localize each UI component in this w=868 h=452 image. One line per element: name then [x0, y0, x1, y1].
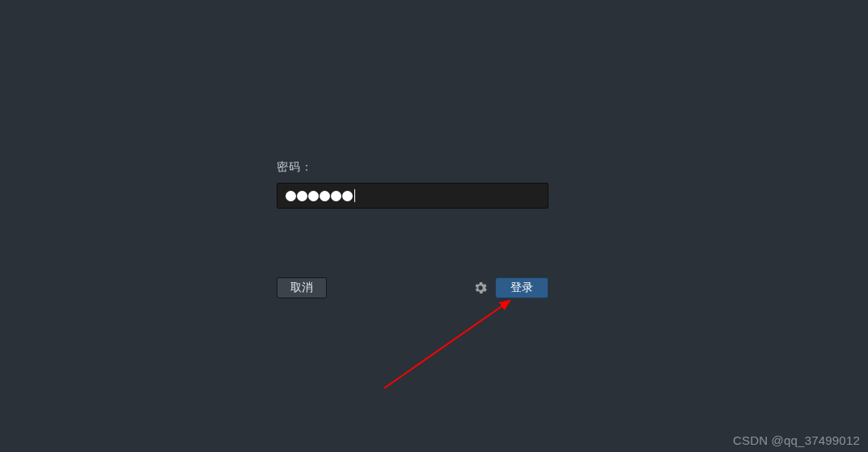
password-dot [308, 191, 319, 201]
password-dot [320, 191, 330, 201]
login-button[interactable]: 登录 [495, 277, 548, 298]
password-dot [297, 191, 307, 201]
password-dot [331, 191, 341, 201]
annotation-arrow [376, 283, 538, 396]
text-caret [354, 189, 355, 202]
password-dot [286, 191, 296, 201]
password-label: 密码： [277, 160, 552, 175]
cancel-button[interactable]: 取消 [277, 277, 327, 298]
button-row: 取消 登录 [277, 277, 548, 298]
watermark-text: CSDN @qq_37499012 [733, 433, 860, 447]
password-field[interactable] [277, 183, 548, 209]
login-group: 登录 [474, 277, 548, 298]
login-form: 密码： [277, 160, 552, 209]
password-dot [342, 191, 353, 201]
gear-icon[interactable] [474, 281, 487, 294]
password-masked-value [286, 187, 540, 205]
svg-line-1 [384, 301, 510, 388]
